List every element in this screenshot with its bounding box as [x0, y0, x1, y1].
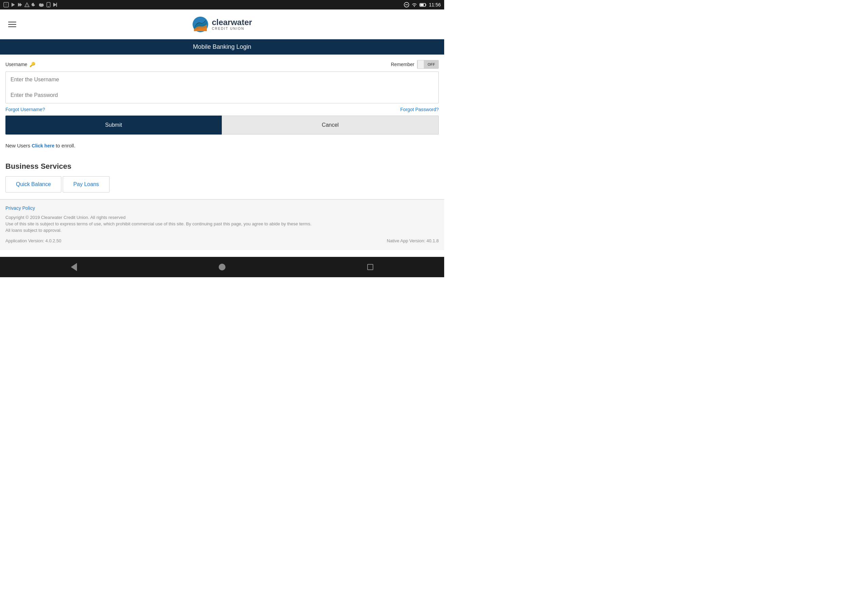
app-version: Application Version: 4.0.2.50 [5, 238, 61, 243]
svg-marker-12 [53, 3, 57, 7]
footer: Privacy Policy Copyright © 2019 Clearwat… [0, 200, 444, 250]
forgot-row: Forgot Username? Forgot Password? [5, 103, 439, 116]
battery-icon [419, 3, 427, 7]
toggle-state: OFF [424, 60, 439, 68]
cloud-icon [38, 2, 44, 7]
footer-versions: Application Version: 4.0.2.50 Native App… [5, 238, 439, 243]
warning-icon: ! [25, 2, 29, 7]
svg-rect-17 [426, 4, 426, 5]
notification-icon: ! [3, 2, 9, 8]
recents-button[interactable] [366, 262, 375, 272]
pay-loans-button[interactable]: Pay Loans [63, 176, 110, 192]
top-nav: clearwater CREDIT UNION [0, 9, 444, 39]
new-users-text: New Users [5, 142, 32, 149]
forward-icon [18, 2, 22, 7]
footer-terms: Use of this site is subject to express t… [5, 221, 439, 226]
svg-text:!: ! [6, 3, 7, 7]
back-button[interactable] [69, 262, 79, 272]
footer-copyright: Copyright © 2019 Clearwater Credit Union… [5, 215, 439, 220]
logo-text: clearwater CREDIT UNION [212, 18, 252, 31]
logo-name: clearwater [212, 18, 252, 27]
status-bar-left: ! ! [3, 2, 57, 8]
username-input[interactable] [5, 71, 439, 87]
toggle-knob [417, 60, 424, 68]
svg-marker-2 [11, 3, 15, 7]
privacy-policy-link[interactable]: Privacy Policy [5, 205, 35, 211]
username-label-container: Username 🔑 [5, 62, 35, 67]
home-icon [219, 264, 225, 271]
moon-icon [31, 2, 36, 7]
hamburger-menu[interactable] [5, 19, 19, 30]
play-icon [11, 2, 16, 7]
recents-icon [367, 264, 373, 270]
password-input[interactable] [5, 87, 439, 103]
cancel-button[interactable]: Cancel [222, 116, 439, 135]
phone-icon [46, 2, 51, 8]
logo-sub: CREDIT UNION [212, 27, 252, 31]
forgot-password-link[interactable]: Forgot Password? [400, 107, 439, 112]
svg-marker-4 [20, 3, 22, 7]
submit-button[interactable]: Submit [5, 116, 222, 135]
service-buttons: Quick Balance Pay Loans [5, 176, 439, 192]
footer-loans: All loans subject to approval. [5, 228, 439, 233]
business-services: Business Services Quick Balance Pay Loan… [5, 156, 439, 199]
media-icon [53, 2, 57, 7]
back-icon [71, 263, 77, 271]
enroll-link[interactable]: Click here [32, 143, 54, 149]
svg-point-11 [48, 6, 49, 7]
logo-icon [192, 16, 209, 33]
login-title: Mobile Banking Login [193, 43, 251, 50]
enroll-text: New Users Click here to enroll. [5, 140, 439, 156]
username-row: Username 🔑 Remember OFF [5, 54, 439, 71]
business-services-title: Business Services [5, 162, 439, 171]
time-display: 11:56 [429, 2, 441, 8]
minus-icon [404, 2, 409, 8]
wifi-icon [411, 2, 417, 7]
remember-label: Remember [391, 62, 414, 67]
quick-balance-button[interactable]: Quick Balance [5, 176, 61, 192]
svg-text:!: ! [26, 4, 28, 7]
native-version: Native App Version: 40.1.8 [387, 238, 439, 243]
remember-row: Remember OFF [391, 60, 439, 69]
logo-container: clearwater CREDIT UNION [192, 16, 252, 33]
svg-point-9 [41, 4, 44, 6]
forgot-username-link[interactable]: Forgot Username? [5, 107, 45, 112]
action-buttons: Submit Cancel [5, 116, 439, 135]
username-label: Username [5, 62, 28, 67]
status-bar: ! ! 11:56 [0, 0, 444, 9]
bottom-nav-bar [0, 257, 444, 277]
home-button[interactable] [217, 262, 227, 272]
key-icon: 🔑 [29, 62, 35, 67]
main-content: Username 🔑 Remember OFF Forgot Username?… [0, 54, 444, 199]
enroll-suffix: to enroll. [54, 142, 75, 149]
svg-rect-18 [420, 4, 423, 6]
status-bar-right: 11:56 [404, 2, 441, 8]
remember-toggle[interactable]: OFF [417, 60, 439, 69]
login-header: Mobile Banking Login [0, 39, 444, 54]
